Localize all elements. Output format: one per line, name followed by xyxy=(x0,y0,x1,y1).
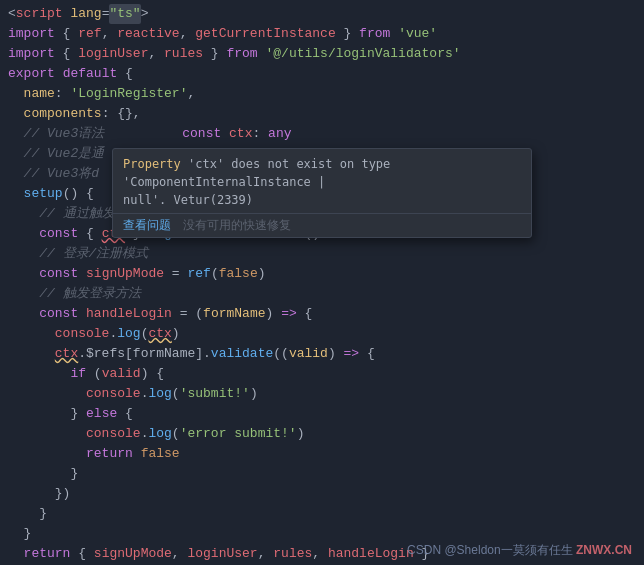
token: signUpMode xyxy=(94,544,172,564)
token: lang xyxy=(70,4,101,24)
token: ( xyxy=(141,324,149,344)
token xyxy=(104,124,182,144)
token: { xyxy=(359,344,375,364)
token: , xyxy=(258,544,274,564)
token xyxy=(8,304,39,324)
token xyxy=(8,84,24,104)
token-ctx3: ctx xyxy=(55,344,78,364)
token: > xyxy=(141,4,149,24)
token: import xyxy=(8,44,55,64)
token: log xyxy=(117,324,140,344)
token: any xyxy=(268,124,291,144)
token xyxy=(8,444,86,464)
code-line-18: ctx.$refs[formName].validate((valid) => … xyxy=(0,344,644,364)
token: : {}, xyxy=(102,104,141,124)
token: . xyxy=(141,424,149,444)
token: (( xyxy=(273,344,289,364)
tooltip-error-text2: null'. Vetur(2339) xyxy=(123,193,253,207)
code-line-17: console.log(ctx) xyxy=(0,324,644,344)
token: { xyxy=(55,24,78,44)
token: , xyxy=(148,44,164,64)
token xyxy=(8,164,24,184)
token: { xyxy=(78,224,101,244)
token: log xyxy=(148,424,171,444)
token: ( xyxy=(86,364,102,384)
token xyxy=(55,64,63,84)
token: ) xyxy=(250,384,258,404)
token: handleLogin xyxy=(328,544,414,564)
token: ) xyxy=(328,344,344,364)
token: 'vue' xyxy=(398,24,437,44)
token: ( xyxy=(211,264,219,284)
code-line-23: return false xyxy=(0,444,644,464)
token: } xyxy=(70,404,86,424)
token: 'error submit!' xyxy=(180,424,297,444)
token: components xyxy=(24,104,102,124)
token: loginUser xyxy=(187,544,257,564)
token: { xyxy=(70,544,93,564)
token: script xyxy=(16,4,63,24)
token: ref xyxy=(187,264,210,284)
token: ) xyxy=(297,424,305,444)
view-problem-link[interactable]: 查看问题 xyxy=(123,217,171,234)
no-fix-label: 没有可用的快速修复 xyxy=(183,217,291,234)
token: 'LoginRegister' xyxy=(70,84,187,104)
token xyxy=(8,344,55,364)
code-line-22: console.log('error submit!') xyxy=(0,424,644,444)
token: // 通过触发 xyxy=(39,204,114,224)
token: // 登录/注册模式 xyxy=(39,244,148,264)
error-tooltip: Property 'ctx' does not exist on type 'C… xyxy=(112,148,532,238)
token: loginUser xyxy=(78,44,148,64)
token xyxy=(8,204,39,224)
token-ctx2: ctx xyxy=(148,324,171,344)
token: ) { xyxy=(141,364,164,384)
code-line-19: if (valid) { xyxy=(0,364,644,384)
token: getCurrentInstance xyxy=(195,24,335,44)
code-editor: <script lang="ts"> import { ref, reactiv… xyxy=(0,0,644,565)
code-line-20: console.log('submit!') xyxy=(0,384,644,404)
token: false xyxy=(141,444,180,464)
token: return xyxy=(24,544,71,564)
token: { xyxy=(55,44,78,64)
token xyxy=(8,144,24,164)
code-line-4: export default { xyxy=(0,64,644,84)
token: valid xyxy=(289,344,328,364)
token: from xyxy=(359,24,390,44)
token: import xyxy=(8,24,55,44)
code-line-7: // Vue3语法 const ctx: any xyxy=(0,124,644,144)
token xyxy=(8,384,86,404)
token: signUpMode xyxy=(86,264,164,284)
token xyxy=(8,424,86,444)
token: ) xyxy=(266,304,282,324)
token: validate xyxy=(211,344,273,364)
token xyxy=(78,304,86,324)
code-line-15: // 触发登录方法 xyxy=(0,284,644,304)
token xyxy=(8,104,24,124)
code-line-21: } else { xyxy=(0,404,644,424)
token xyxy=(8,364,70,384)
token xyxy=(8,404,70,424)
token xyxy=(133,444,141,464)
token xyxy=(8,264,39,284)
token: log xyxy=(148,384,171,404)
code-line-16: const handleLogin = (formName) => { xyxy=(0,304,644,324)
code-line-3: import { loginUser, rules } from '@/util… xyxy=(0,44,644,64)
token: export xyxy=(8,64,55,84)
token: : xyxy=(252,124,268,144)
token xyxy=(8,324,55,344)
watermark-brand: ZNWX.CN xyxy=(576,543,632,557)
token: ( xyxy=(172,384,180,404)
token xyxy=(221,124,229,144)
token: . xyxy=(141,384,149,404)
token: // Vue3将d xyxy=(24,164,99,184)
code-line-27: } xyxy=(0,524,644,544)
token xyxy=(8,124,24,144)
token: formName xyxy=(203,304,265,324)
token xyxy=(8,244,39,264)
token: = xyxy=(102,4,110,24)
watermark: CSDN @Sheldon一莫须有任生 ZNWX.CN xyxy=(407,542,632,559)
token: , xyxy=(172,544,188,564)
token: name xyxy=(24,84,55,104)
token: ( xyxy=(172,424,180,444)
tooltip-property-keyword: Property xyxy=(123,157,181,171)
